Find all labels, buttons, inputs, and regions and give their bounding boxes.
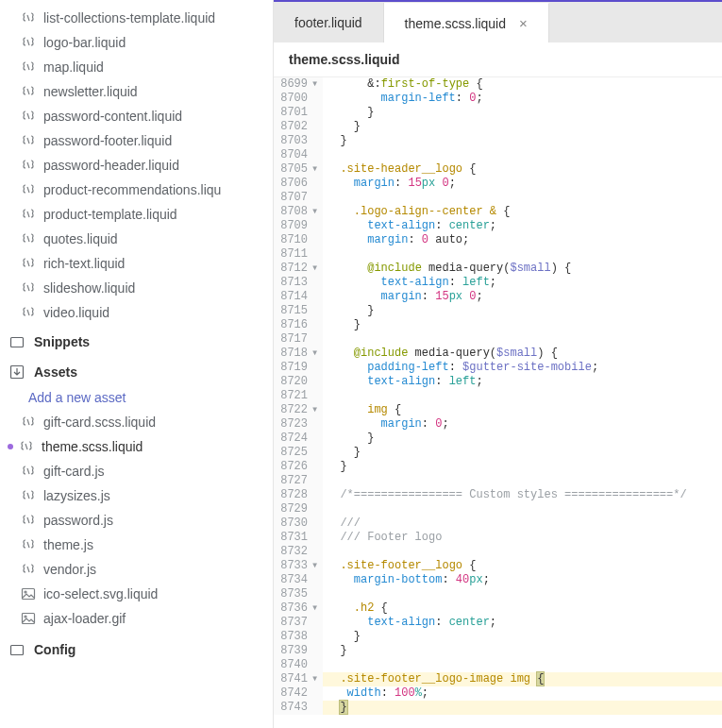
code-line[interactable]: 8725 } bbox=[274, 446, 722, 460]
code-line[interactable]: 8717 bbox=[274, 332, 722, 347]
close-icon[interactable]: × bbox=[519, 16, 528, 30]
code-line[interactable]: 8711 bbox=[274, 247, 722, 262]
code-editor[interactable]: 8699▾ &:first-of-type {8700 margin-left:… bbox=[274, 77, 722, 728]
code-line[interactable]: 8715 } bbox=[274, 304, 722, 318]
sidebar-file[interactable]: newsletter.liquid bbox=[0, 79, 273, 104]
fold-toggle[interactable]: ▾ bbox=[311, 162, 323, 177]
sidebar-file[interactable]: video.liquid bbox=[0, 300, 273, 325]
fold-toggle bbox=[311, 290, 323, 304]
code-line[interactable]: 8732 bbox=[274, 545, 722, 559]
sidebar-file[interactable]: product-recommendations.liqu bbox=[0, 178, 273, 202]
sidebar-file[interactable]: list-collections-template.liquid bbox=[0, 6, 273, 30]
code-line[interactable]: 8736▾ .h2 { bbox=[274, 601, 722, 616]
code-line[interactable]: 8737 text-align: center; bbox=[274, 616, 722, 630]
line-number: 8737 bbox=[274, 616, 311, 630]
sidebar-file[interactable]: password-footer.liquid bbox=[0, 128, 273, 153]
fold-toggle[interactable]: ▾ bbox=[311, 672, 323, 686]
code-line[interactable]: 8716 } bbox=[274, 318, 722, 332]
code-line[interactable]: 8714 margin: 15px 0; bbox=[274, 290, 722, 304]
code-line[interactable]: 8723 margin: 0; bbox=[274, 417, 722, 432]
code-line[interactable]: 8703 } bbox=[274, 134, 722, 148]
fold-toggle[interactable]: ▾ bbox=[311, 262, 323, 276]
sidebar-file[interactable]: slideshow.liquid bbox=[0, 276, 273, 300]
code-line[interactable]: 8726 } bbox=[274, 460, 722, 474]
code-line[interactable]: 8710 margin: 0 auto; bbox=[274, 233, 722, 247]
code-line[interactable]: 8705▾ .site-header__logo { bbox=[274, 162, 722, 177]
code-line[interactable]: 8733▾ .site-footer__logo { bbox=[274, 559, 722, 573]
code-line[interactable]: 8707 bbox=[274, 191, 722, 205]
code-line[interactable]: 8718▾ @include media-query($small) { bbox=[274, 347, 722, 361]
fold-toggle[interactable]: ▾ bbox=[311, 347, 323, 361]
editor-tab[interactable]: theme.scss.liquid× bbox=[384, 3, 549, 42]
code-line[interactable]: 8743 } bbox=[274, 701, 722, 715]
sidebar-file[interactable]: quotes.liquid bbox=[0, 227, 273, 251]
sidebar-file[interactable]: gift-card.js bbox=[0, 459, 273, 483]
editor-tab[interactable]: footer.liquid bbox=[274, 3, 384, 42]
section-assets[interactable]: Assets bbox=[0, 355, 273, 385]
sidebar-file[interactable]: ico-select.svg.liquid bbox=[0, 582, 273, 606]
code-line[interactable]: 8741▾ .site-footer__logo-image img { bbox=[274, 672, 722, 686]
sidebar-file[interactable]: product-template.liquid bbox=[0, 202, 273, 227]
code-line[interactable]: 8708▾ .logo-align--center & { bbox=[274, 205, 722, 219]
code-line[interactable]: 8713 text-align: left; bbox=[274, 276, 722, 290]
code-text bbox=[323, 191, 722, 205]
liquid-icon bbox=[21, 35, 36, 50]
file-label: quotes.liquid bbox=[43, 231, 118, 246]
code-text: width: 100%; bbox=[323, 686, 722, 701]
code-line[interactable]: 8721 bbox=[274, 389, 722, 403]
sidebar-file[interactable]: gift-card.scss.liquid bbox=[0, 410, 273, 434]
code-line[interactable]: 8739 } bbox=[274, 644, 722, 658]
code-line[interactable]: 8740 bbox=[274, 658, 722, 672]
sidebar-file[interactable]: map.liquid bbox=[0, 55, 273, 79]
code-line[interactable]: 8742 width: 100%; bbox=[274, 686, 722, 701]
code-line[interactable]: 8700 margin-left: 0; bbox=[274, 92, 722, 106]
code-line[interactable]: 8731 /// Footer logo bbox=[274, 531, 722, 545]
code-line[interactable]: 8709 text-align: center; bbox=[274, 219, 722, 233]
liquid-icon bbox=[21, 84, 36, 99]
code-line[interactable]: 8699▾ &:first-of-type { bbox=[274, 77, 722, 92]
sidebar-file[interactable]: theme.js bbox=[0, 533, 273, 557]
liquid-icon bbox=[21, 133, 36, 148]
sidebar-file[interactable]: theme.scss.liquid bbox=[0, 434, 273, 459]
sidebar-file[interactable]: lazysizes.js bbox=[0, 483, 273, 508]
code-line[interactable]: 8730 /// bbox=[274, 516, 722, 531]
line-number: 8713 bbox=[274, 276, 311, 290]
line-number: 8722 bbox=[274, 403, 311, 417]
code-line[interactable]: 8738 } bbox=[274, 630, 722, 644]
sidebar-file[interactable]: password-content.liquid bbox=[0, 104, 273, 128]
sidebar-file[interactable]: ajax-loader.gif bbox=[0, 606, 273, 631]
fold-toggle[interactable]: ▾ bbox=[311, 205, 323, 219]
sidebar-file[interactable]: rich-text.liquid bbox=[0, 251, 273, 276]
code-line[interactable]: 8722▾ img { bbox=[274, 403, 722, 417]
section-snippets[interactable]: Snippets bbox=[0, 325, 273, 355]
line-number: 8703 bbox=[274, 134, 311, 148]
tab-bar: footer.liquidtheme.scss.liquid× bbox=[274, 3, 722, 42]
code-line[interactable]: 8719 padding-left: $gutter-site-mobile; bbox=[274, 361, 722, 375]
code-line[interactable]: 8701 } bbox=[274, 106, 722, 120]
section-config[interactable]: Config bbox=[0, 631, 273, 663]
code-line[interactable]: 8735 bbox=[274, 587, 722, 601]
sidebar-file[interactable]: password.js bbox=[0, 508, 273, 533]
code-line[interactable]: 8727 bbox=[274, 474, 722, 488]
fold-toggle bbox=[311, 375, 323, 389]
code-line[interactable]: 8734 margin-bottom: 40px; bbox=[274, 573, 722, 587]
sidebar-file[interactable]: logo-bar.liquid bbox=[0, 30, 273, 55]
code-line[interactable]: 8729 bbox=[274, 502, 722, 516]
sidebar-file[interactable]: vendor.js bbox=[0, 557, 273, 582]
code-line[interactable]: 8702 } bbox=[274, 120, 722, 134]
code-line[interactable]: 8724 } bbox=[274, 432, 722, 446]
code-line[interactable]: 8720 text-align: left; bbox=[274, 375, 722, 389]
fold-toggle[interactable]: ▾ bbox=[311, 601, 323, 616]
code-line[interactable]: 8706 margin: 15px 0; bbox=[274, 177, 722, 191]
fold-toggle[interactable]: ▾ bbox=[311, 77, 323, 92]
sidebar-file[interactable]: password-header.liquid bbox=[0, 153, 273, 178]
file-label: gift-card.scss.liquid bbox=[43, 415, 156, 430]
code-text bbox=[323, 148, 722, 162]
fold-toggle[interactable]: ▾ bbox=[311, 559, 323, 573]
liquid-icon bbox=[21, 488, 36, 503]
code-line[interactable]: 8712▾ @include media-query($small) { bbox=[274, 262, 722, 276]
add-asset-link[interactable]: Add a new asset bbox=[0, 385, 273, 410]
fold-toggle[interactable]: ▾ bbox=[311, 403, 323, 417]
code-line[interactable]: 8728 /*================ Custom styles ==… bbox=[274, 488, 722, 502]
code-line[interactable]: 8704 bbox=[274, 148, 722, 162]
